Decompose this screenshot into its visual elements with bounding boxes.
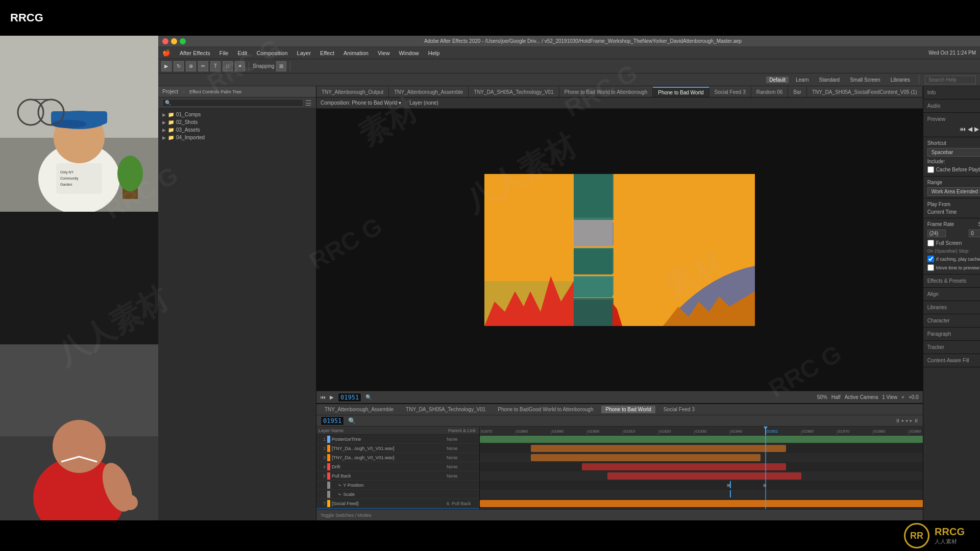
layer-num: 1 [318,437,326,442]
minimize-button[interactable] [171,38,177,44]
frame-rate-input[interactable] [927,230,946,237]
layer-parent: 6. Pull Back [447,501,477,506]
play-from-label: Play From [927,202,951,207]
tl-tab-social-3[interactable]: Social Feed 3 [659,406,699,413]
tool-text[interactable]: T [210,61,220,71]
tree-item-03assets[interactable]: ▶ 📁 03_Assets [158,126,316,134]
svg-text:⊠: ⊠ [763,483,767,488]
move-time-row: Move time to preview time [927,263,980,272]
menu-composition[interactable]: Composition [252,49,291,57]
skip-input[interactable] [969,230,980,237]
layer-row-5[interactable]: 5 Pull Back None [316,471,479,481]
move-time-checkbox[interactable] [927,264,934,271]
shortcut-select[interactable]: Spacebar [927,148,980,157]
layer-row-3[interactable]: 3 [TNY_Da...ough_V0_V01.wav] None [316,453,479,462]
first-frame-btn[interactable]: ⏮ [960,126,966,133]
tree-item-02shots[interactable]: ▶ 📁 02_Shots [158,118,316,126]
zoom-display[interactable]: 50% [817,394,827,400]
tab-random-06[interactable]: Random 06 [751,87,789,97]
svg-rect-80 [531,445,786,452]
full-screen-checkbox[interactable] [927,240,934,246]
tl-tab-phone-bad-attenborough[interactable]: Phone to BadGood World to Attenborough [494,406,597,413]
menu-aftereffects[interactable]: After Effects [176,49,214,57]
project-menu-icon[interactable]: ☰ [305,99,312,107]
close-button[interactable] [162,38,168,44]
layer-row-scale[interactable]: ⤷ Scale [316,490,479,499]
layer-row-2[interactable]: 2 [TNY_Da...ough_V0_V01.wav] None [316,444,479,453]
tree-item-01comps[interactable]: ▶ 📁 01_Comps [158,111,316,118]
tab-tny-output[interactable]: TNY_Attenborough_Output [316,87,389,97]
layer-row-4[interactable]: 4 Drift None [316,462,479,471]
tool-pen[interactable]: ✏ [198,61,208,71]
tree-item-04imported[interactable]: ▶ 📁 04_Imported [158,134,316,141]
layer-parent: None [447,455,477,460]
search-help-input[interactable] [925,76,976,84]
tab-tny-assemble[interactable]: TNY_Attenborough_Assemble [389,87,469,97]
layer-row-1[interactable]: 1 PosterizeTime None [316,435,479,444]
menu-edit[interactable]: Edit [233,49,251,57]
workspace-learn[interactable]: Learn [793,77,812,83]
cache-before-playback-checkbox[interactable] [927,166,934,173]
menu-animation[interactable]: Animation [339,49,373,57]
toggle-switches-label[interactable]: Toggle Switches / Modes [321,513,372,518]
menu-view[interactable]: View [374,49,394,57]
layer-row-7[interactable]: 7 [Social Feed] 6. Pull Back [316,499,479,508]
apple-menu[interactable]: 🍎 [162,49,170,57]
content-aware-fill-section: Content-Aware Fill [923,354,980,367]
workspace-small-screen[interactable]: Small Screen [847,77,883,83]
menu-help[interactable]: Help [424,49,444,57]
tracker-title[interactable]: Tracker [927,343,980,352]
align-title[interactable]: Align [927,290,980,298]
search-icon[interactable]: 🔍 [348,417,356,424]
project-tree: ▶ 📁 01_Comps ▶ 📁 02_Shots ▶ 📁 03_Assets … [158,109,316,520]
tool-shape[interactable]: □ [223,61,233,71]
libraries-title[interactable]: Libraries [927,303,980,312]
workspace-libraries[interactable]: Libraries [888,77,913,83]
snap-toggle[interactable]: ⊞ [276,61,286,71]
menu-file[interactable]: File [215,49,233,57]
prev-frame-btn[interactable]: ◀ [968,126,972,133]
tool-camera[interactable]: ⊕ [186,61,196,71]
project-search-bar: ☰ [158,97,316,109]
maximize-button[interactable] [180,38,186,44]
tab-phone-to-bad-world[interactable]: Phone to Bad World [653,87,709,97]
tool-clone[interactable]: ✦ [235,61,245,71]
character-title[interactable]: Character [927,316,980,325]
camera-view[interactable]: Active Camera [845,394,878,400]
tab-tny-tech[interactable]: TNY_DA_SH05A_Technology_V01 [469,87,559,97]
if-caching-checkbox[interactable] [927,256,934,262]
tl-tab-phone-bad-world[interactable]: Phone to Bad World [601,406,655,413]
audio-section-title[interactable]: Audio [927,102,980,110]
view-layout[interactable]: 1 View [882,394,897,400]
content-aware-fill-title[interactable]: Content-Aware Fill [927,356,980,365]
preview-section-title[interactable]: Preview [927,115,980,123]
on-spacebar-label: On (Spacebar) Stop: [927,248,970,254]
tool-select[interactable]: ▶ [161,61,172,71]
menu-effect[interactable]: Effect [316,49,338,57]
quality-display[interactable]: Half [831,394,841,400]
tab-bar[interactable]: Bar [788,87,807,97]
info-section-title[interactable]: Info [927,88,980,97]
effects-presets-title[interactable]: Effects & Presets [927,277,980,285]
play-stop-btn[interactable]: ▶ [974,126,979,133]
effect-controls-label[interactable]: Effect Controls Palm Tree [189,89,241,94]
tab-tny-social-feed[interactable]: TNY_DA_SH05A_SocialFeedContent_V05 (1) [807,87,923,97]
workspace-default[interactable]: Default [766,77,789,83]
tab-phone-to-bad-attenborough[interactable]: Phone to Bad World to Attenborough [559,87,653,97]
tl-tab-assemble[interactable]: TNY_Attenborough_Assemble [321,406,398,413]
workspace-standard[interactable]: Standard [816,77,843,83]
tool-rotate[interactable]: ↻ [174,61,184,71]
menu-layer[interactable]: Layer [293,49,315,57]
layer-row-ypos[interactable]: ⤷ Y Position [316,481,479,490]
paragraph-title[interactable]: Paragraph [927,330,980,338]
menu-window[interactable]: Window [395,49,423,57]
folder-icon: 📁 [168,135,174,140]
range-select[interactable]: Work Area Extended By Current... [927,187,980,196]
layer-name: [TNY_Da...ough_V0_V01.wav] [332,455,445,460]
project-label[interactable]: Project [162,89,178,94]
timeline-timecode[interactable]: 01951 [321,416,344,425]
tl-tab-tech[interactable]: TNY_DA_SH05A_Technology_V01 [402,406,489,413]
play-icon[interactable]: ▶ [330,394,334,400]
project-search-input[interactable] [162,99,303,107]
tab-social-feed-3[interactable]: Social Feed 3 [709,87,751,97]
